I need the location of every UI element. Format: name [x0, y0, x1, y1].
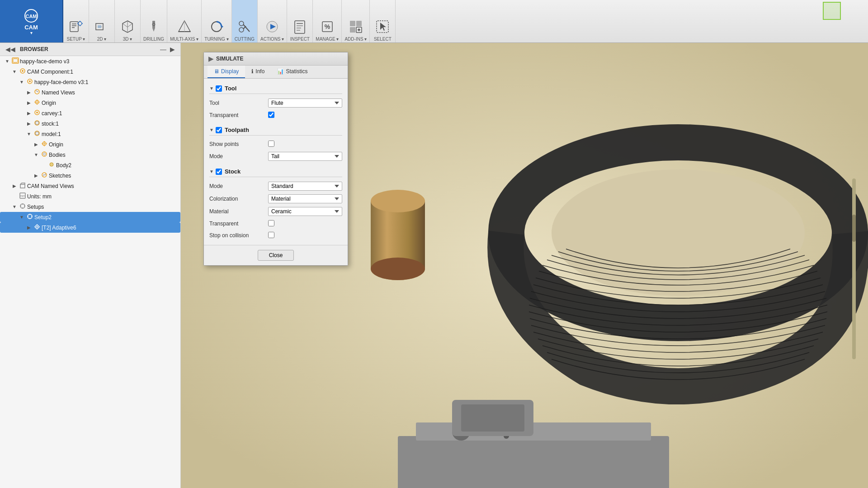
3d-group: 3D ▾ — [115, 0, 141, 42]
toolpath-mode-select[interactable]: Tail Full None — [268, 152, 342, 161]
tree-item-hfd3[interactable]: ▼ happy-face-demo v3:1 — [0, 77, 180, 87]
tree-arrow-setups: ▼ — [11, 204, 18, 209]
sidebar-expand-button[interactable]: ▶ — [168, 46, 177, 53]
actions-label: ACTIONS ▾ — [260, 37, 284, 42]
tree-item-body2[interactable]: Body2 — [0, 160, 180, 170]
tree-icon-root — [11, 57, 20, 66]
stock-section-header[interactable]: ▼ Stock — [209, 165, 342, 177]
material-select[interactable]: Ceramic Steel Aluminum — [268, 207, 342, 216]
stock-mode-select[interactable]: Standard Solid Transparent — [268, 182, 342, 191]
sidebar-back-button[interactable]: ◀◀ — [4, 46, 17, 53]
sidebar-collapse-button[interactable]: — — [158, 46, 168, 53]
drilling-label: DRILLING — [143, 37, 164, 42]
cutting-button[interactable]: CUTTING — [232, 0, 257, 42]
toolpath-section-body: Show points Mode Tail Full None — [209, 138, 342, 163]
statistics-tab-label: Statistics — [286, 68, 307, 75]
stock-transparent-label: Transparent — [209, 221, 268, 227]
tool-section-chevron: ▼ — [209, 86, 214, 91]
sidebar-title: BROWSER — [20, 46, 158, 52]
select-button[interactable]: SELECT — [370, 0, 395, 42]
tree-label-body2: Body2 — [56, 162, 180, 169]
tree-item-adaptive6[interactable]: ▶ [T2] Adaptive6 — [0, 222, 180, 233]
tree-item-setup2[interactable]: ▼ Setup2 — [0, 212, 180, 222]
tree-icon-adaptive6 — [33, 223, 42, 232]
show-points-checkbox[interactable] — [268, 141, 274, 147]
show-points-control — [268, 141, 342, 148]
3d-icon — [119, 19, 136, 35]
cutting-icon — [236, 19, 253, 35]
2d-button[interactable]: 2D ▾ — [89, 0, 114, 42]
tree-arrow-setup2: ▼ — [18, 215, 25, 220]
material-label: Material — [209, 208, 268, 215]
tab-display[interactable]: 🖥 Display — [208, 66, 245, 78]
toolpath-section-header[interactable]: ▼ Toolpath — [209, 124, 342, 136]
stop-collision-row: Stop on collision — [209, 230, 342, 241]
add-ins-button[interactable]: ADD-INS ▾ — [342, 0, 369, 42]
cam-menu-button[interactable]: CAM CAM ▾ — [0, 0, 63, 42]
tool-type-select[interactable]: Flute Ball Bull Nose — [268, 99, 342, 108]
setup-button[interactable]: SETUP ▾ — [63, 0, 89, 42]
multi-axis-button[interactable]: MULTI-AXIS ▾ — [167, 0, 201, 42]
tree-item-carvey1[interactable]: ▶ carvey:1 — [0, 108, 180, 118]
tree-item-origin[interactable]: ▶ Origin — [0, 98, 180, 108]
tab-info[interactable]: ℹ Info — [245, 66, 271, 78]
manage-group: % MANAGE ▾ — [313, 0, 342, 42]
actions-icon — [264, 19, 280, 35]
inspect-button[interactable]: INSPECT — [287, 0, 312, 42]
tree-arrow-root: ▼ — [4, 59, 11, 64]
tool-transparent-checkbox[interactable] — [268, 112, 274, 118]
dialog-body: ▼ Tool Tool Flute Ball Bull Nose — [204, 79, 348, 245]
tree-item-units[interactable]: mm Units: mm — [0, 191, 180, 202]
manage-label: MANAGE ▾ — [316, 37, 339, 42]
tree-item-origin2[interactable]: ▶ Origin — [0, 139, 180, 150]
manage-button[interactable]: % MANAGE ▾ — [313, 0, 341, 42]
tree-item-stock1[interactable]: ▶ stock:1 — [0, 118, 180, 129]
tree-item-model1[interactable]: ▼ model:1 — [0, 129, 180, 139]
sidebar-header: ◀◀ BROWSER — ▶ — [0, 43, 180, 56]
tree-item-sketches[interactable]: ▶ Sketches — [0, 170, 180, 181]
display-tab-icon: 🖥 — [214, 68, 219, 75]
tree-icon-units: mm — [18, 192, 27, 201]
colorization-row: Colorization Material Operation None — [209, 192, 342, 205]
3d-label: 3D ▾ — [123, 37, 132, 42]
drilling-button[interactable]: DRILLING — [141, 0, 167, 42]
tree-item-setups[interactable]: ▼ Setups — [0, 202, 180, 212]
multi-axis-group: MULTI-AXIS ▾ — [167, 0, 202, 42]
dialog-tabs: 🖥 Display ℹ Info 📊 Statistics — [204, 66, 348, 79]
tree-label-root: happy-face-demo v3 — [20, 58, 180, 65]
tree-item-cam-named-views[interactable]: ▶ CAM Named Views — [0, 181, 180, 191]
actions-button[interactable]: ACTIONS ▾ — [258, 0, 287, 42]
svg-marker-16 — [222, 25, 223, 28]
tree-item-bodies[interactable]: ▼ Bodies — [0, 150, 180, 160]
info-tab-label: Info — [255, 68, 264, 75]
tree-item-named-views[interactable]: ▶ Named Views — [0, 87, 180, 98]
info-tab-icon: ℹ — [251, 68, 254, 75]
tool-section-checkbox[interactable] — [216, 85, 222, 92]
stock-transparent-checkbox[interactable] — [268, 220, 274, 226]
main-area: ◀◀ BROWSER — ▶ ▼ happy-face-demo v3 ▼ CA… — [0, 43, 868, 488]
svg-text:CAM: CAM — [25, 14, 37, 19]
close-button[interactable]: Close — [258, 250, 294, 261]
colorization-label: Colorization — [209, 196, 268, 202]
turning-button[interactable]: TURNING ▾ — [202, 0, 231, 42]
tool-section-header[interactable]: ▼ Tool — [209, 82, 342, 94]
tab-statistics[interactable]: 📊 Statistics — [271, 66, 314, 78]
stop-collision-checkbox[interactable] — [268, 232, 274, 238]
toolpath-mode-row: Mode Tail Full None — [209, 150, 342, 163]
3d-button[interactable]: 3D ▾ — [115, 0, 140, 42]
select-group: SELECT — [370, 0, 396, 42]
svg-rect-5 — [72, 27, 75, 28]
inspect-group: INSPECT — [287, 0, 313, 42]
tree-item-cam1[interactable]: ▼ CAM Component:1 — [0, 66, 180, 77]
tree-icon-model1 — [33, 130, 42, 138]
stock-section-checkbox[interactable] — [216, 169, 222, 175]
statistics-tab-icon: 📊 — [277, 68, 284, 75]
svg-rect-53 — [36, 132, 38, 135]
tree-item-root[interactable]: ▼ happy-face-demo v3 — [0, 56, 180, 66]
toolpath-section-checkbox[interactable] — [216, 127, 222, 133]
tool-transparent-row: Transparent — [209, 109, 342, 121]
colorization-select[interactable]: Material Operation None — [268, 194, 342, 203]
tree-icon-cam-named-views — [18, 182, 27, 190]
tree-label-hfd3: happy-face-demo v3:1 — [34, 79, 180, 85]
stock-section-chevron: ▼ — [209, 169, 214, 174]
